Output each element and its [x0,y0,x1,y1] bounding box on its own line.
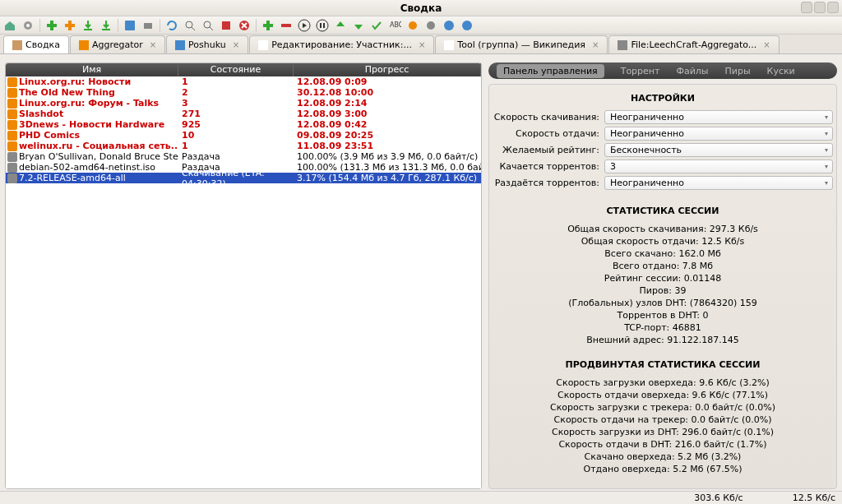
svg-rect-14 [281,24,291,27]
table-row[interactable]: PHD Comics1009.08.09 20:25 [6,130,481,141]
icon-a[interactable] [406,19,419,32]
tab-2[interactable]: Poshuku× [166,35,248,53]
cancel-icon[interactable] [238,19,251,32]
spell-icon[interactable]: ABC [388,19,401,32]
table-row[interactable]: 7.2-RELEASE-amd64-allСкачивание (ETA: 04… [6,173,481,183]
svg-point-8 [186,21,192,28]
table-row[interactable]: Bryan O'Sullivan, Donald Bruce Stewar...… [6,151,481,162]
add-icon[interactable] [45,19,58,32]
row-name: 3Dnews - Новости Hardware [19,119,164,130]
adv-stat-line: Скорость отдачи в DHT: 216.0 байт/с (1.7… [493,438,833,451]
tab-close-icon[interactable]: × [150,40,156,49]
col-progress[interactable]: Прогресс [294,63,481,76]
stat-line: Всего скачано: 162.0 Мб [493,247,833,260]
gear-icon[interactable] [21,19,35,32]
panel-tab-2[interactable]: Файлы [676,66,708,76]
tab-close-icon[interactable]: × [419,40,425,49]
print-icon[interactable] [141,19,155,32]
table-row[interactable]: Linux.org.ru: Новости112.08.09 0:09 [6,76,481,87]
svg-rect-37 [7,152,17,162]
remove-icon[interactable] [280,19,293,32]
panel-tab-0[interactable]: Панель управления [497,64,604,78]
panel-tab-4[interactable]: Куски [767,66,795,76]
svg-rect-24 [12,40,22,50]
globe2-icon[interactable] [460,19,474,32]
window-title: Сводка [400,2,442,14]
right-panel: Панель управленияТоррентФайлыПирыКуски Н… [488,62,837,489]
row-name: The Old New Thing [19,87,115,98]
torrent-icon [7,152,17,162]
svg-rect-30 [7,77,17,87]
adv-stat-line: Скорость загрузки с трекера: 0.0 байт/с … [493,401,833,414]
statusbar: 303.6 Кб/с 12.5 Кб/с [0,491,842,504]
maximize-icon[interactable] [814,2,826,13]
col-state[interactable]: Состояние [178,63,294,76]
download2-icon[interactable] [99,19,113,32]
stop-icon[interactable] [220,19,233,32]
table-row[interactable]: Linux.org.ru: Форум - Talks312.08.09 2:1… [6,98,481,109]
row-progress: 12.08.09 3:00 [294,109,481,119]
pause-icon[interactable] [316,19,329,32]
separator [256,19,257,32]
col-name[interactable]: Имя [6,63,178,76]
svg-rect-6 [125,21,135,30]
up-icon[interactable] [334,19,347,32]
adv-stat-line: Скорость отдачи оверхеда: 9.6 Кб/с (77.1… [493,389,833,401]
splitter[interactable] [483,62,487,491]
svg-rect-25 [79,40,89,50]
setting-combo-4[interactable]: Неограниченно [604,176,833,190]
tab-close-icon[interactable]: × [763,40,770,49]
adv-stat-line: Скачано оверхеда: 5.2 Мб (3.2%) [493,451,833,463]
svg-point-23 [462,21,472,30]
setting-combo-3[interactable]: 3 [604,160,833,173]
svg-rect-39 [7,173,17,183]
add2-icon[interactable] [261,19,275,32]
down-icon[interactable] [352,19,365,32]
panel-tab-3[interactable]: Пиры [725,66,751,76]
add-orange-icon[interactable] [63,19,76,32]
refresh-icon[interactable] [165,19,178,32]
table-row[interactable]: 3Dnews - Новости Hardware92512.08.09 0:4… [6,119,481,130]
tab-close-icon[interactable]: × [592,40,599,49]
svg-rect-10 [222,21,230,30]
row-name: Linux.org.ru: Новости [19,76,131,87]
tab-4[interactable]: Tool (группа) — Википедия× [435,35,608,53]
setting-combo-0[interactable]: Неограниченно [604,110,833,124]
tab-1[interactable]: Aggregator× [70,35,165,53]
minimize-icon[interactable] [801,2,812,13]
home-icon[interactable] [3,19,16,32]
summary-table: Имя Состояние Прогресс Linux.org.ru: Нов… [5,62,482,489]
setting-combo-2[interactable]: Бесконечность [604,143,833,157]
svg-rect-26 [175,40,185,50]
tab-close-icon[interactable]: × [233,40,239,49]
tab-3[interactable]: Редактирование: Участник:...× [249,35,434,53]
zoom-in-icon[interactable] [183,19,197,32]
tab-5[interactable]: File:LeechCraft-Aggregato...× [608,35,779,53]
close-icon[interactable] [827,2,839,13]
svg-rect-36 [7,141,17,151]
table-row[interactable]: welinux.ru - Социальная сеть...111.08.09… [6,141,481,151]
table-row[interactable]: The Old New Thing230.12.08 10:00 [6,87,481,98]
adv-stat-line: Скорость отдачи на трекер: 0.0 байт/с (0… [493,414,833,426]
svg-rect-18 [323,23,325,28]
globe-icon[interactable] [442,19,456,32]
row-progress: 12.08.09 2:14 [294,98,481,109]
tab-0[interactable]: Сводка [3,35,69,53]
svg-rect-28 [444,40,454,50]
table-row[interactable]: Slashdot27112.08.09 3:00 [6,109,481,119]
zoom-out-icon[interactable] [201,19,215,32]
svg-point-1 [26,24,30,27]
download-icon[interactable] [81,19,95,32]
status-down: 303.6 Кб/с [694,492,743,503]
svg-point-22 [444,21,454,30]
panel-tab-1[interactable]: Торрент [621,66,660,76]
row-name: 7.2-RELEASE-amd64-all [19,173,126,183]
svg-rect-35 [7,131,17,141]
stat-line: Внешний адрес: 91.122.187.145 [493,334,833,346]
svg-rect-38 [7,163,17,173]
play-icon[interactable] [298,19,311,32]
check-icon[interactable] [370,19,383,32]
save-icon[interactable] [123,19,136,32]
icon-b[interactable] [424,19,437,32]
setting-combo-1[interactable]: Неограниченно [604,127,833,141]
